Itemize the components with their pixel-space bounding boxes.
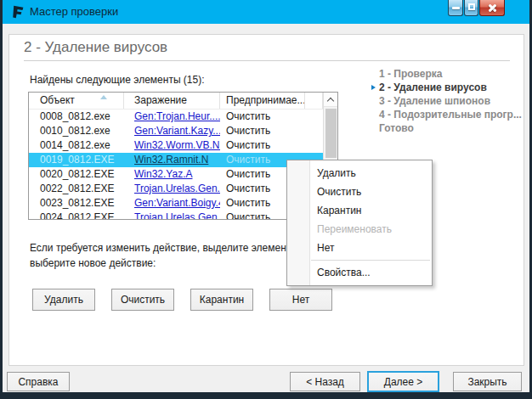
infection-link[interactable]: Gen:Variant.Boigy.4 — [134, 197, 220, 209]
menu-item-quarantine[interactable]: Карантин — [287, 201, 432, 220]
infection-link[interactable]: Win32.Worm.VB.N... — [134, 139, 220, 151]
maximize-icon — [468, 3, 475, 10]
none-button[interactable]: Нет — [269, 289, 332, 311]
window-title: Мастер проверки — [30, 0, 118, 24]
infection-link[interactable]: Win32.Yaz.A — [134, 168, 192, 180]
column-header-object[interactable]: Объект — [29, 93, 124, 109]
clean-button[interactable]: Очистить — [111, 289, 174, 311]
titlebar[interactable]: Мастер проверки — [3, 0, 529, 24]
cell-infection: Gen:Trojan.Heur.... — [124, 110, 220, 124]
menu-item-properties[interactable]: Свойства... — [287, 263, 432, 282]
window-frame-left — [0, 0, 3, 399]
infection-link[interactable]: Gen:Variant.Kazy.... — [134, 125, 220, 137]
minimize-button[interactable] — [448, 0, 463, 16]
cell-object: 0014_0812.exe — [29, 138, 124, 153]
step-marker-icon — [371, 71, 376, 76]
menu-item-rename-disabled: Переименовать — [287, 220, 432, 239]
active-step-arrow-icon — [371, 85, 376, 90]
cell-object: 0024_0812.EXE — [29, 211, 124, 220]
table-row[interactable]: 0020_0812.EXE Win32.Yaz.A Очистить — [29, 167, 323, 182]
table-row[interactable]: 0014_0812.exe Win32.Worm.VB.N... Очистит… — [29, 138, 323, 153]
menu-item-none[interactable]: Нет — [287, 239, 432, 257]
infection-link[interactable]: Win32.Ramnit.N — [134, 154, 208, 166]
help-button[interactable]: Справка — [7, 372, 70, 391]
cell-action: Очистить — [220, 124, 305, 138]
cell-object: 0022_0812.EXE — [29, 182, 124, 196]
wizard-window: Мастер проверки 2 - Удаление вирусов Най… — [0, 0, 532, 399]
cell-infection: Win32.Worm.VB.N... — [124, 138, 220, 153]
column-header-action[interactable]: Предпринимае... — [220, 93, 305, 109]
app-logo-icon — [11, 5, 25, 19]
cell-infection: Win32.Yaz.A — [124, 167, 220, 182]
delete-button[interactable]: Удалить — [32, 289, 95, 311]
cell-infection: Gen:Variant.Kazy.... — [124, 124, 220, 138]
step-label: 3 - Удаление шпионов — [379, 95, 490, 107]
table-row-clipped[interactable]: 0024_0812.EXE Trojan.Urelas.Gen.1 Очисти… — [29, 211, 323, 220]
step-label: 2 - Удаление вирусов — [379, 81, 487, 93]
step-2-active: 2 - Удаление вирусов — [371, 81, 524, 93]
step-marker-icon — [371, 98, 376, 104]
table-row[interactable]: 0023_0812.EXE Gen:Variant.Boigy.4 Очисти… — [29, 196, 323, 211]
back-button[interactable]: < Назад — [290, 372, 360, 391]
quarantine-button[interactable]: Карантин — [190, 289, 253, 311]
cell-infection: Win32.Ramnit.N — [124, 153, 220, 167]
scrollbar-thumb[interactable] — [325, 109, 337, 158]
cell-infection: Trojan.Urelas.Gen.1 — [124, 182, 220, 196]
table-row[interactable]: 0022_0812.EXE Trojan.Urelas.Gen.1 Очисти… — [29, 182, 323, 196]
cell-object: 0008_0812.exe — [29, 110, 124, 124]
step-label: 1 - Проверка — [379, 68, 443, 80]
table-row[interactable]: 0010_0812.exe Gen:Variant.Kazy.... Очист… — [29, 124, 323, 138]
close-button[interactable] — [479, 0, 505, 16]
cell-object: 0020_0812.EXE — [29, 167, 124, 182]
step-1: 1 - Проверка — [371, 67, 524, 80]
table-row[interactable]: 0008_0812.exe Gen:Trojan.Heur.... Очисти… — [29, 110, 323, 124]
page-title: 2 - Удаление вирусов — [24, 39, 167, 56]
close-icon — [488, 3, 497, 13]
maximize-button[interactable] — [464, 0, 478, 16]
infection-link[interactable]: Gen:Trojan.Heur.... — [134, 110, 220, 122]
table-body: 0008_0812.exe Gen:Trojan.Heur.... Очисти… — [29, 110, 323, 220]
column-header-infection[interactable]: Заражение — [124, 93, 220, 109]
infection-link[interactable]: Trojan.Urelas.Gen.1 — [134, 183, 220, 194]
cell-object: 0023_0812.EXE — [29, 196, 124, 211]
cell-object: 0019_0812.EXE — [29, 153, 124, 167]
table-row-selected[interactable]: 0019_0812.EXE Win32.Ramnit.N Очистить — [29, 153, 323, 167]
cell-action: Очистить — [220, 138, 305, 153]
wizard-steps: 1 - Проверка 2 - Удаление вирусов 3 - Уд… — [371, 67, 524, 135]
heading-divider — [24, 60, 510, 61]
chevron-up-icon — [327, 98, 334, 104]
next-button[interactable]: Далее > — [367, 371, 439, 392]
minimize-icon — [452, 7, 460, 9]
menu-item-clean[interactable]: Очистить — [287, 183, 432, 201]
window-frame-bottom — [0, 392, 532, 399]
sort-ascending-icon — [100, 95, 107, 99]
step-3: 3 - Удаление шпионов — [371, 94, 524, 107]
close-dialog-button[interactable]: Закрыть — [453, 372, 522, 391]
step-label: 4 - Подозрительные прогр... — [379, 109, 522, 121]
step-marker-icon — [371, 126, 376, 131]
step-4: 4 - Подозрительные прогр... — [371, 108, 524, 121]
infection-link[interactable]: Trojan.Urelas.Gen.1 — [134, 211, 220, 220]
menu-separator — [311, 260, 430, 261]
scrollbar-up-button[interactable] — [324, 93, 337, 107]
step-marker-icon — [371, 112, 376, 117]
step-label: Готово — [379, 122, 414, 134]
context-menu: Удалить Очистить Карантин Переименовать … — [286, 160, 433, 286]
found-items-label: Найдены следующие элементы (15): — [30, 74, 205, 86]
cell-infection: Trojan.Urelas.Gen.1 — [124, 211, 220, 220]
cell-object: 0010_0812.exe — [29, 124, 124, 138]
table-header: Объект Заражение Предпринимае... — [29, 93, 323, 110]
cell-infection: Gen:Variant.Boigy.4 — [124, 196, 220, 211]
column-header-spacer — [305, 93, 323, 109]
cell-action: Очистить — [220, 110, 305, 124]
step-done: Готово — [371, 121, 524, 134]
menu-item-delete[interactable]: Удалить — [287, 164, 432, 183]
